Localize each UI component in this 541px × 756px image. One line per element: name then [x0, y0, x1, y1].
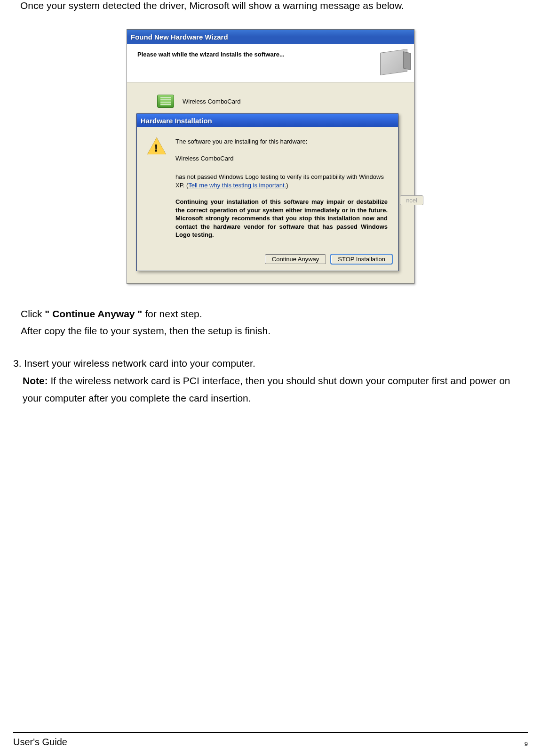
dialog-line1: The software you are installing for this… — [175, 137, 388, 146]
dialog-warning-bold: Continuing your installation of this sof… — [175, 198, 388, 239]
hardware-installation-dialog: Hardware Installation The software you a… — [136, 113, 398, 271]
dialog-titlebar: Hardware Installation — [137, 114, 398, 127]
wizard-title: Found New Hardware Wizard — [131, 33, 228, 41]
screenshot-container: Found New Hardware Wizard Please wait wh… — [13, 29, 528, 284]
click-continue-line: Click " Continue Anyway " for next step. — [21, 306, 528, 322]
hardware-box-icon — [380, 49, 407, 75]
instruction-block: Click " Continue Anyway " for next step.… — [13, 306, 528, 339]
found-new-hardware-wizard-window: Found New Hardware Wizard Please wait wh… — [127, 29, 414, 284]
stop-installation-button[interactable]: STOP Installation — [331, 254, 392, 264]
wizard-titlebar: Found New Hardware Wizard — [127, 30, 414, 44]
page-number: 9 — [525, 740, 528, 748]
network-card-icon — [157, 95, 174, 108]
dialog-title: Hardware Installation — [141, 117, 212, 125]
after-copy-line: After copy the file to your system, then… — [21, 322, 528, 339]
continue-anyway-button[interactable]: Continue Anyway — [265, 254, 326, 264]
dialog-text: The software you are installing for this… — [175, 137, 388, 248]
device-name: Wireless ComboCard — [183, 98, 241, 105]
wizard-body: Wireless ComboCard Hardware Installation — [127, 82, 414, 276]
why-testing-link[interactable]: Tell me why this testing is important. — [188, 182, 286, 189]
warning-icon — [147, 137, 166, 154]
page-footer: User's Guide 9 — [13, 732, 528, 748]
footer-left: User's Guide — [13, 737, 67, 748]
background-cancel-button-fragment: ncel — [400, 195, 423, 205]
device-row: Wireless ComboCard — [136, 95, 405, 108]
wizard-header-text: Please wait while the wizard installs th… — [137, 51, 285, 58]
intro-text: Once your system detected the driver, Mi… — [13, 0, 528, 11]
dialog-compat-line: has not passed Windows Logo testing to v… — [175, 173, 388, 189]
step-3-block: 3. Insert your wireless network card int… — [13, 355, 528, 407]
wizard-header: Please wait while the wizard installs th… — [127, 44, 414, 82]
step3-line1: 3. Insert your wireless network card int… — [13, 355, 528, 372]
dialog-device: Wireless ComboCard — [175, 154, 388, 163]
dialog-button-row: Continue Anyway STOP Installation — [137, 254, 398, 271]
step3-note: Note: If the wireless network card is PC… — [13, 372, 528, 407]
